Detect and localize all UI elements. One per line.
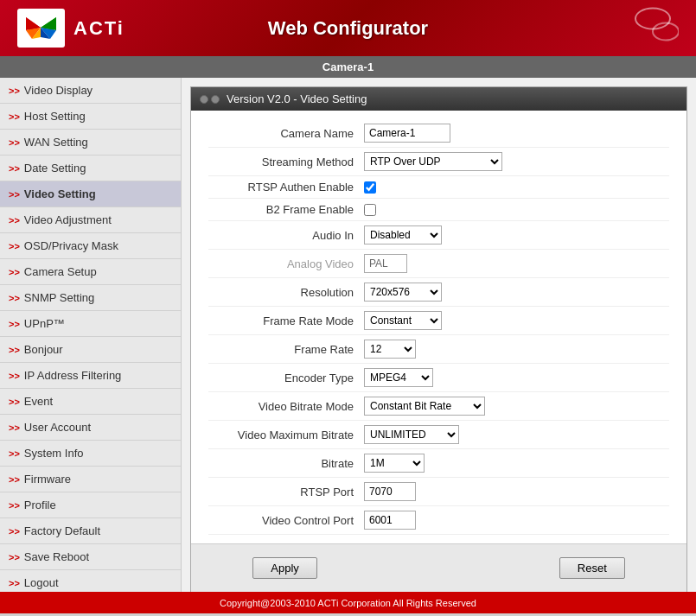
video-control-port-control <box>364 511 416 530</box>
sidebar-item-event[interactable]: >> Event <box>0 389 181 415</box>
arrow-icon: >> <box>9 474 20 485</box>
sidebar-item-system-info[interactable]: >> System Info <box>0 441 181 467</box>
reset-button[interactable]: Reset <box>559 557 625 579</box>
audio-in-row: Audio In Disabled Enabled <box>208 221 669 250</box>
resolution-select[interactable]: 720x576 352x288 176x144 <box>364 283 442 302</box>
bitrate-row: Bitrate 1M 512K 2M 4M <box>208 449 669 478</box>
rtsp-authen-row: RTSP Authen Enable <box>208 176 669 199</box>
sidebar-label: Save Reboot <box>24 550 89 563</box>
arrow-icon: >> <box>9 397 20 407</box>
rtsp-port-label: RTSP Port <box>208 486 364 499</box>
video-max-bitrate-select[interactable]: UNLIMITED 512K 1M 2M <box>364 425 459 444</box>
sidebar-label: Date Setting <box>24 162 86 175</box>
streaming-method-select[interactable]: RTP Over UDP RTP Over TCP HTTP <box>364 152 502 171</box>
logo-box <box>17 9 65 48</box>
rtsp-authen-checkbox[interactable] <box>364 181 376 194</box>
arrow-icon: >> <box>9 137 20 148</box>
arrow-icon: >> <box>9 215 20 225</box>
sidebar-label: Bonjour <box>24 343 63 356</box>
frame-rate-mode-select[interactable]: Constant Variable <box>364 311 442 330</box>
camera-label: Camera-1 <box>322 60 374 73</box>
sidebar-item-snmp-setting[interactable]: >> SNMP Setting <box>0 285 181 311</box>
arrow-icon: >> <box>9 86 20 96</box>
video-max-bitrate-label: Video Maximum Bitrate <box>208 429 364 441</box>
encoder-type-control: MPEG4 H.264 MJPEG <box>364 368 433 387</box>
bitrate-select[interactable]: 1M 512K 2M 4M <box>364 454 425 473</box>
app-title: Web Configurator <box>268 17 428 40</box>
sidebar-item-factory-default[interactable]: >> Factory Default <box>0 518 181 544</box>
sidebar-label: User Account <box>24 421 91 434</box>
video-control-port-input[interactable] <box>364 511 416 530</box>
audio-in-label: Audio In <box>208 229 364 242</box>
svg-point-8 <box>635 8 670 29</box>
audio-in-select[interactable]: Disabled Enabled <box>364 225 442 244</box>
apply-button[interactable]: Apply <box>252 557 317 579</box>
sidebar-label: Host Setting <box>24 110 86 123</box>
sidebar-label: Logout <box>24 576 59 589</box>
sidebar-item-ip-filtering[interactable]: >> IP Address Filtering <box>0 363 181 389</box>
button-row: Apply Reset <box>191 543 686 592</box>
sidebar-item-logout[interactable]: >> Logout <box>0 570 181 592</box>
settings-panel: Version V2.0 - Video Setting Camera Name… <box>190 86 687 592</box>
resolution-row: Resolution 720x576 352x288 176x144 <box>208 278 669 307</box>
sidebar-label: Factory Default <box>24 524 100 537</box>
sidebar-item-video-setting[interactable]: >> Video Setting <box>0 181 181 207</box>
sidebar-label: UPnP™ <box>24 317 65 330</box>
sidebar-label: Video Display <box>24 84 93 97</box>
sidebar-item-osd-privacy[interactable]: >> OSD/Privacy Mask <box>0 233 181 259</box>
sidebar-item-wan-setting[interactable]: >> WAN Setting <box>0 130 181 156</box>
footer: Copyright@2003-2010 ACTi Corporation All… <box>0 592 696 613</box>
arrow-icon: >> <box>9 267 20 277</box>
video-bitrate-mode-select[interactable]: Constant Bit Rate Variable Bit Rate <box>364 397 485 416</box>
camera-name-row: Camera Name <box>208 119 669 148</box>
audio-in-control: Disabled Enabled <box>364 225 442 244</box>
frame-rate-select[interactable]: 12 1234 5678 91011 152025 <box>364 340 416 359</box>
sidebar-item-upnp[interactable]: >> UPnP™ <box>0 311 181 337</box>
header: ACTi Web Configurator <box>0 0 696 56</box>
sidebar-item-host-setting[interactable]: >> Host Setting <box>0 104 181 130</box>
frame-rate-mode-row: Frame Rate Mode Constant Variable <box>208 307 669 335</box>
video-bitrate-mode-control: Constant Bit Rate Variable Bit Rate <box>364 397 485 416</box>
arrow-icon: >> <box>9 345 20 355</box>
sidebar-item-video-adjustment[interactable]: >> Video Adjustment <box>0 207 181 233</box>
camera-name-label: Camera Name <box>208 127 364 140</box>
dot-icon <box>211 95 220 104</box>
sidebar-item-bonjour[interactable]: >> Bonjour <box>0 337 181 363</box>
b2-frame-label: B2 Frame Enable <box>208 203 364 216</box>
sidebar-item-profile[interactable]: >> Profile <box>0 492 181 518</box>
sidebar-item-date-setting[interactable]: >> Date Setting <box>0 156 181 181</box>
video-max-bitrate-control: UNLIMITED 512K 1M 2M <box>364 425 459 444</box>
form-body: Camera Name Streaming Method RTP Over UD… <box>191 111 686 543</box>
analog-video-control <box>364 254 407 273</box>
bitrate-control: 1M 512K 2M 4M <box>364 454 425 473</box>
arrow-icon: >> <box>9 293 20 303</box>
frame-rate-control: 12 1234 5678 91011 152025 <box>364 340 416 359</box>
sidebar-item-video-display[interactable]: >> Video Display <box>0 78 181 104</box>
camera-name-input[interactable] <box>364 124 450 143</box>
sidebar-item-camera-setup[interactable]: >> Camera Setup <box>0 259 181 285</box>
arrow-icon: >> <box>9 552 20 562</box>
sidebar-label: Profile <box>24 499 56 511</box>
sidebar-label: Event <box>24 395 53 408</box>
rtsp-port-input[interactable] <box>364 482 416 501</box>
encoder-type-label: Encoder Type <box>208 372 364 384</box>
content-area: Version V2.0 - Video Setting Camera Name… <box>182 78 696 592</box>
arrow-icon: >> <box>9 422 20 433</box>
b2-frame-control <box>364 204 376 216</box>
arrow-icon: >> <box>9 526 20 537</box>
b2-frame-row: B2 Frame Enable <box>208 199 669 221</box>
sidebar-item-user-account[interactable]: >> User Account <box>0 415 181 441</box>
sidebar-label: System Info <box>24 447 84 460</box>
sidebar-item-save-reboot[interactable]: >> Save Reboot <box>0 544 181 570</box>
panel-header: Version V2.0 - Video Setting <box>191 87 686 111</box>
arrow-icon: >> <box>9 111 20 122</box>
sidebar-item-firmware[interactable]: >> Firmware <box>0 467 181 492</box>
b2-frame-checkbox[interactable] <box>364 204 376 216</box>
video-control-port-label: Video Control Port <box>208 514 364 527</box>
sidebar-label: Video Adjustment <box>24 213 112 226</box>
sidebar: >> Video Display >> Host Setting >> WAN … <box>0 78 182 592</box>
frame-rate-mode-label: Frame Rate Mode <box>208 314 364 327</box>
arrow-icon: >> <box>9 163 20 174</box>
streaming-method-label: Streaming Method <box>208 156 364 168</box>
encoder-type-select[interactable]: MPEG4 H.264 MJPEG <box>364 368 433 387</box>
